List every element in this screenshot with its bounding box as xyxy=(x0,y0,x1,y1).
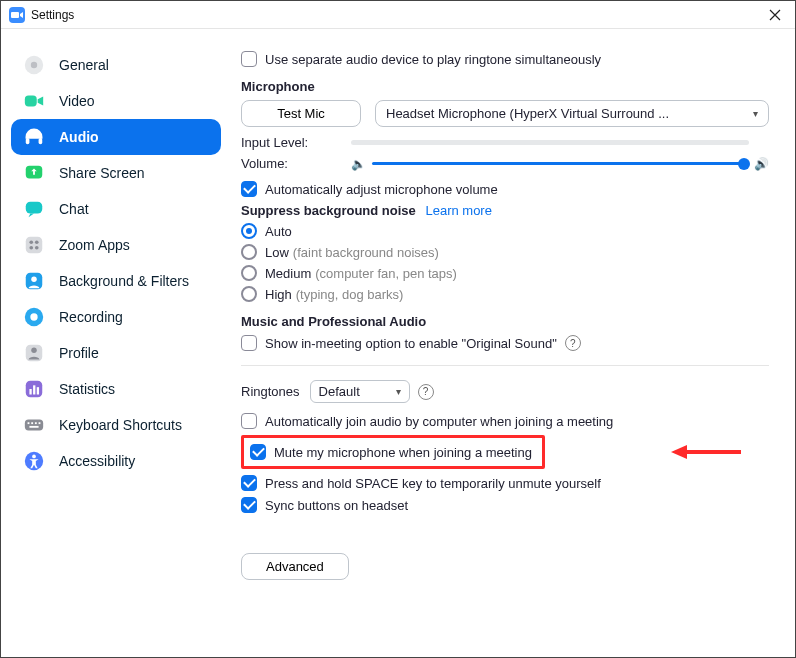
mute-on-join-checkbox[interactable]: Mute my microphone when joining a meetin… xyxy=(250,444,532,460)
speaker-low-icon: 🔈 xyxy=(351,157,366,171)
checkbox-label: Press and hold SPACE key to temporarily … xyxy=(265,476,601,491)
space-unmute-checkbox[interactable]: Press and hold SPACE key to temporarily … xyxy=(241,475,601,491)
divider xyxy=(241,365,769,366)
sidebar-item-label: Audio xyxy=(59,129,99,145)
radio-label: Medium xyxy=(265,266,311,281)
help-icon[interactable]: ? xyxy=(565,335,581,351)
svg-marker-32 xyxy=(671,445,687,459)
svg-rect-4 xyxy=(26,138,30,144)
titlebar: Settings xyxy=(1,1,795,29)
sidebar-item-general[interactable]: General xyxy=(11,47,221,83)
mic-volume-slider[interactable] xyxy=(372,162,749,165)
noise-option-auto[interactable]: Auto xyxy=(241,223,769,239)
svg-rect-28 xyxy=(29,426,38,428)
svg-rect-23 xyxy=(25,420,43,431)
svg-point-30 xyxy=(32,455,36,459)
share-screen-icon xyxy=(23,162,45,184)
original-sound-checkbox[interactable]: Show in-meeting option to enable "Origin… xyxy=(241,335,557,351)
learn-more-link[interactable]: Learn more xyxy=(425,203,491,218)
radio-hint: (typing, dog barks) xyxy=(296,287,404,302)
noise-option-medium[interactable]: Medium (computer fan, pen taps) xyxy=(241,265,769,281)
svg-rect-27 xyxy=(39,422,41,424)
auto-join-audio-checkbox[interactable]: Automatically join audio by computer whe… xyxy=(241,413,613,429)
checkbox-label: Automatically adjust microphone volume xyxy=(265,182,498,197)
apps-icon xyxy=(23,234,45,256)
sidebar-item-label: Video xyxy=(59,93,95,109)
sidebar-item-profile[interactable]: Profile xyxy=(11,335,221,371)
zoom-app-icon xyxy=(9,7,25,23)
svg-rect-20 xyxy=(29,389,31,395)
separate-ringtone-checkbox[interactable]: Use separate audio device to play ringto… xyxy=(241,51,601,67)
radio-label: Low xyxy=(265,245,289,260)
selected-ringtone: Default xyxy=(319,384,360,399)
chevron-down-icon: ▾ xyxy=(396,386,401,397)
svg-point-10 xyxy=(35,240,39,244)
recording-icon xyxy=(23,306,45,328)
auto-adjust-volume-checkbox[interactable]: Automatically adjust microphone volume xyxy=(241,181,498,197)
sidebar-item-label: Profile xyxy=(59,345,99,361)
advanced-button[interactable]: Advanced xyxy=(241,553,349,580)
svg-rect-25 xyxy=(31,422,33,424)
sidebar-item-audio[interactable]: Audio xyxy=(11,119,221,155)
microphone-heading: Microphone xyxy=(241,79,769,94)
sidebar-item-label: Zoom Apps xyxy=(59,237,130,253)
annotation-highlight: Mute my microphone when joining a meetin… xyxy=(241,435,545,469)
ringtones-select[interactable]: Default ▾ xyxy=(310,380,410,403)
selected-device: Headset Microphone (HyperX Virtual Surro… xyxy=(386,106,669,121)
ringtones-label: Ringtones xyxy=(241,384,300,399)
noise-option-low[interactable]: Low (faint background noises) xyxy=(241,244,769,260)
svg-point-11 xyxy=(29,246,33,250)
slider-thumb[interactable] xyxy=(738,158,750,170)
speaker-high-icon: 🔊 xyxy=(749,157,769,171)
svg-rect-24 xyxy=(28,422,30,424)
sidebar-item-label: Keyboard Shortcuts xyxy=(59,417,182,433)
svg-rect-21 xyxy=(33,385,35,394)
sync-headset-checkbox[interactable]: Sync buttons on headset xyxy=(241,497,408,513)
sidebar-item-keyboard-shortcuts[interactable]: Keyboard Shortcuts xyxy=(11,407,221,443)
noise-option-high[interactable]: High (typing, dog barks) xyxy=(241,286,769,302)
sidebar-item-label: Chat xyxy=(59,201,89,217)
keyboard-icon xyxy=(23,414,45,436)
checkbox-label: Show in-meeting option to enable "Origin… xyxy=(265,336,557,351)
sidebar-item-label: Statistics xyxy=(59,381,115,397)
svg-point-12 xyxy=(35,246,39,250)
svg-point-9 xyxy=(29,240,33,244)
svg-rect-7 xyxy=(26,202,43,214)
sidebar-item-recording[interactable]: Recording xyxy=(11,299,221,335)
settings-sidebar: General Video Audio Share Screen Chat Zo… xyxy=(1,29,231,657)
svg-point-18 xyxy=(31,348,37,354)
svg-rect-8 xyxy=(26,237,43,254)
window-title: Settings xyxy=(31,8,74,22)
statistics-icon xyxy=(23,378,45,400)
sidebar-item-video[interactable]: Video xyxy=(11,83,221,119)
background-icon xyxy=(23,270,45,292)
headphones-icon xyxy=(23,126,45,148)
sidebar-item-label: Background & Filters xyxy=(59,273,189,289)
sidebar-item-label: Share Screen xyxy=(59,165,145,181)
close-button[interactable] xyxy=(763,3,787,27)
sidebar-item-chat[interactable]: Chat xyxy=(11,191,221,227)
checkbox-label: Mute my microphone when joining a meetin… xyxy=(274,445,532,460)
video-icon xyxy=(23,90,45,112)
svg-rect-26 xyxy=(35,422,37,424)
sidebar-item-background-filters[interactable]: Background & Filters xyxy=(11,263,221,299)
input-level-meter xyxy=(351,140,749,145)
checkbox-label: Sync buttons on headset xyxy=(265,498,408,513)
radio-label: High xyxy=(265,287,292,302)
profile-icon xyxy=(23,342,45,364)
sidebar-item-accessibility[interactable]: Accessibility xyxy=(11,443,221,479)
sidebar-item-zoom-apps[interactable]: Zoom Apps xyxy=(11,227,221,263)
svg-rect-3 xyxy=(25,96,37,107)
radio-hint: (faint background noises) xyxy=(293,245,439,260)
annotation-arrow xyxy=(671,442,741,462)
gear-icon xyxy=(23,54,45,76)
microphone-device-select[interactable]: Headset Microphone (HyperX Virtual Surro… xyxy=(375,100,769,127)
sidebar-item-share-screen[interactable]: Share Screen xyxy=(11,155,221,191)
svg-point-16 xyxy=(30,313,37,320)
sidebar-item-label: General xyxy=(59,57,109,73)
help-icon[interactable]: ? xyxy=(418,384,434,400)
test-mic-button[interactable]: Test Mic xyxy=(241,100,361,127)
sidebar-item-statistics[interactable]: Statistics xyxy=(11,371,221,407)
svg-rect-0 xyxy=(11,12,19,18)
chevron-down-icon: ▾ xyxy=(753,108,758,119)
